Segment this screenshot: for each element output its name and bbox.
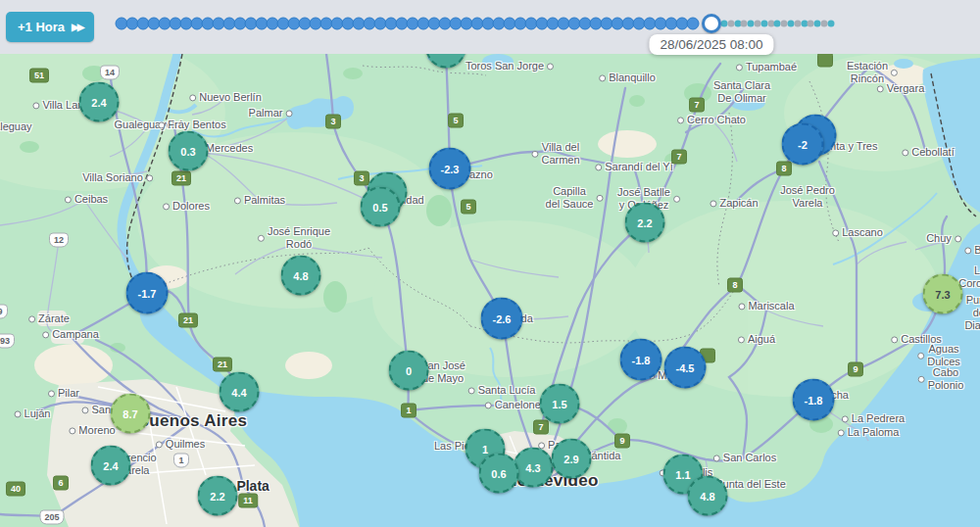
timeline-tick-filled — [687, 18, 700, 30]
temperature-marker[interactable]: 2.4 — [91, 446, 131, 486]
temperature-marker[interactable]: 0.5 — [361, 187, 401, 227]
temperature-marker[interactable]: 4.8 — [281, 256, 321, 296]
palmar-reservoir — [286, 96, 354, 129]
fast-forward-icon: ▶▶ — [72, 22, 82, 32]
temperature-marker[interactable]: 4.8 — [688, 476, 728, 516]
temperature-marker[interactable]: 0.6 — [479, 454, 519, 494]
lake — [730, 95, 765, 111]
temperature-marker[interactable]: 0.3 — [169, 131, 209, 171]
temperature-marker[interactable]: -2.3 — [429, 148, 471, 190]
temperature-marker[interactable]: 2.2 — [198, 476, 238, 516]
timeline-tick-future — [827, 21, 834, 27]
temperature-marker[interactable]: 7.3 — [923, 274, 963, 314]
datetime-tooltip: 28/06/2025 08:00 — [649, 34, 773, 55]
temperature-marker[interactable]: 2.9 — [552, 439, 592, 479]
temperature-marker[interactable]: -2.6 — [481, 298, 523, 340]
advance-hour-label: +1 Hora — [18, 20, 65, 34]
temperature-marker[interactable]: 4.4 — [220, 372, 260, 412]
lake — [894, 59, 913, 69]
temperature-marker[interactable]: -2 — [782, 123, 824, 166]
temperature-marker[interactable]: -1.7 — [126, 272, 169, 314]
land-shade-layer — [0, 54, 980, 397]
lake — [482, 54, 514, 70]
temperature-marker[interactable]: 1.5 — [540, 384, 580, 424]
temperature-marker[interactable]: 0 — [389, 351, 429, 391]
timeline-toolbar: +1 Hora ▶▶ 28/06/2025 08:00 — [0, 0, 980, 54]
temperature-marker[interactable]: -1.8 — [620, 339, 662, 381]
weather-map-app: GualeguayVilla LarrGualeguaychúNuevo Ber… — [0, 0, 980, 527]
temperature-marker[interactable]: -1.8 — [793, 379, 835, 421]
durazno-east — [450, 151, 645, 222]
zapican-road — [734, 168, 784, 204]
timeline-slider[interactable] — [0, 0, 980, 54]
temperature-marker[interactable]: 8.7 — [111, 394, 151, 434]
temperature-marker[interactable]: 2.4 — [79, 82, 120, 122]
temperature-marker[interactable]: 4.3 — [514, 448, 554, 488]
advance-hour-button[interactable]: +1 Hora ▶▶ — [6, 12, 94, 42]
slider-handle[interactable] — [702, 14, 721, 33]
temperature-marker[interactable]: 2.2 — [625, 203, 665, 243]
temperature-marker[interactable]: -4.5 — [664, 347, 707, 389]
map-canvas[interactable]: GualeguayVilla LarrGualeguaychúNuevo Ber… — [0, 54, 980, 527]
